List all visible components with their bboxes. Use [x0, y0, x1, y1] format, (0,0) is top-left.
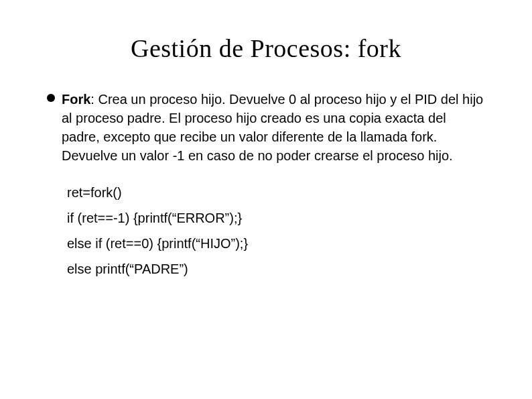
bullet-text: : Crea un proceso hijo. Devuelve 0 al pr… — [62, 92, 483, 163]
slide-title: Gestión de Procesos: fork — [47, 34, 485, 63]
slide: Gestión de Procesos: fork Fork: Crea un … — [0, 0, 532, 399]
slide-body: Fork: Crea un proceso hijo. Devuelve 0 a… — [47, 90, 485, 282]
bullet-term: Fork — [62, 92, 90, 107]
code-line: else printf(“PADRE”) — [67, 256, 485, 282]
code-line: ret=fork() — [67, 180, 485, 205]
code-line: else if (ret==0) {printf(“HIJO”);} — [67, 231, 485, 256]
bullet-item: Fork: Crea un proceso hijo. Devuelve 0 a… — [47, 90, 485, 165]
code-line: if (ret==-1) {printf(“ERROR”);} — [67, 205, 485, 231]
code-block: ret=fork() if (ret==-1) {printf(“ERROR”)… — [47, 180, 485, 282]
